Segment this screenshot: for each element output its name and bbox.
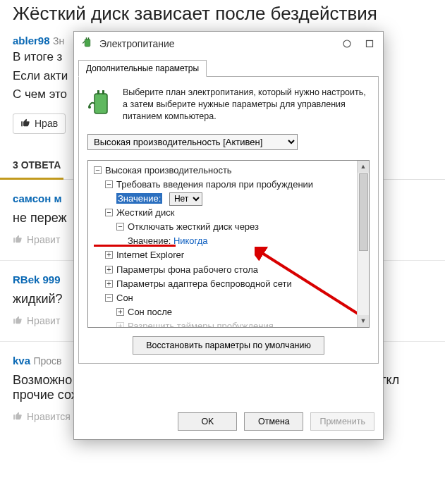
svg-point-8: [88, 106, 91, 109]
svg-rect-6: [97, 90, 99, 94]
settings-tree[interactable]: −Высокая производительность −Требовать в…: [88, 161, 357, 327]
dialog-button-row: OK Отмена Применить: [74, 405, 383, 439]
scroll-thumb[interactable]: [359, 173, 368, 251]
tree-node-sleep[interactable]: Сон: [116, 293, 133, 303]
like-label: Нрав: [35, 118, 58, 129]
power-icon: [81, 36, 94, 51]
author-link[interactable]: abler98: [13, 35, 50, 47]
tree-root[interactable]: Высокая производительность: [105, 165, 232, 176]
collapse-icon[interactable]: −: [105, 294, 113, 302]
scroll-down-icon[interactable]: ▼: [358, 315, 369, 327]
expand-icon[interactable]: +: [116, 322, 124, 326]
hdd-off-value[interactable]: Никогда: [173, 235, 208, 246]
expand-icon[interactable]: +: [105, 266, 113, 273]
like-button-ghost[interactable]: Нравит: [13, 233, 60, 247]
like-label: Нравит: [27, 315, 60, 326]
svg-rect-4: [367, 40, 373, 47]
dialog-titlebar[interactable]: Электропитание: [74, 32, 383, 55]
like-label: Нравится: [27, 411, 71, 422]
minimize-icon[interactable]: [341, 37, 353, 50]
tree-node-wake-timers[interactable]: Разрешить таймеры пробуждения: [128, 321, 274, 326]
expand-icon[interactable]: +: [105, 251, 113, 259]
author-badge: Зн: [53, 35, 64, 47]
value-label: Значение:: [116, 193, 162, 204]
restore-defaults-button[interactable]: Восстановить параметры по умолчанию: [133, 336, 324, 355]
svg-point-3: [343, 40, 350, 47]
collapse-icon[interactable]: −: [105, 209, 113, 216]
answer-user-link[interactable]: самсон м: [13, 192, 62, 204]
answer-user-link[interactable]: kva: [13, 355, 30, 367]
svg-rect-7: [102, 90, 104, 94]
tab-advanced-settings[interactable]: Дополнительные параметры: [78, 60, 207, 77]
answers-header: 3 ОТВЕТА: [0, 149, 63, 180]
tab-strip: Дополнительные параметры: [74, 55, 383, 76]
annotation-underline: [94, 245, 176, 247]
like-label: Нравит: [27, 234, 60, 245]
svg-rect-1: [86, 37, 87, 39]
thumb-up-icon: [13, 234, 23, 246]
tab-panel: Выберите план электропитания, который ну…: [78, 76, 379, 364]
apply-button[interactable]: Применить: [310, 412, 374, 431]
expand-icon[interactable]: +: [105, 280, 113, 288]
tree-node-desktop-bg[interactable]: Параметры фона рабочего стола: [116, 264, 258, 275]
collapse-icon[interactable]: −: [116, 223, 124, 231]
tree-node-hdd[interactable]: Жесткий диск: [116, 207, 174, 218]
collapse-icon[interactable]: −: [105, 180, 113, 188]
page-title: Жёсткий диск зависает после бездействия: [0, 0, 445, 30]
battery-plan-icon: [87, 87, 116, 123]
ok-button[interactable]: OK: [178, 412, 237, 431]
thumb-up-icon: [20, 118, 30, 130]
tree-node-password[interactable]: Требовать введения пароля при пробуждени…: [116, 179, 313, 190]
svg-rect-5: [95, 94, 107, 113]
tree-node-ie[interactable]: Internet Explorer: [116, 250, 184, 260]
svg-rect-2: [88, 37, 90, 39]
cancel-button[interactable]: Отмена: [244, 412, 303, 431]
expand-icon[interactable]: +: [116, 308, 124, 316]
answer-user-badge: Просв: [33, 355, 61, 367]
dialog-info-text: Выберите план электропитания, который ну…: [123, 87, 370, 123]
password-value-select[interactable]: Нет: [169, 192, 202, 206]
dialog-title: Электропитание: [99, 38, 331, 49]
tree-node-sleep-after[interactable]: Сон после: [128, 307, 172, 317]
collapse-icon[interactable]: −: [94, 166, 102, 174]
tree-scrollbar[interactable]: ▲ ▼: [357, 161, 369, 327]
svg-rect-0: [85, 39, 90, 47]
tree-node-wifi[interactable]: Параметры адаптера беспроводной сети: [116, 278, 292, 289]
tree-node-hdd-off[interactable]: Отключать жесткий диск через: [128, 221, 259, 232]
thumb-up-icon: [13, 315, 23, 327]
answer-user-link[interactable]: RBek 999: [13, 273, 61, 285]
like-button-ghost[interactable]: Нравит: [13, 314, 60, 328]
power-plan-select[interactable]: Высокая производительность [Активен]: [87, 134, 298, 150]
maximize-icon[interactable]: [363, 37, 376, 50]
power-options-dialog: Электропитание Дополнительные параметры …: [73, 31, 384, 440]
scroll-up-icon[interactable]: ▲: [358, 161, 369, 173]
like-button[interactable]: Нрав: [13, 113, 66, 134]
thumb-up-icon: [13, 411, 23, 423]
